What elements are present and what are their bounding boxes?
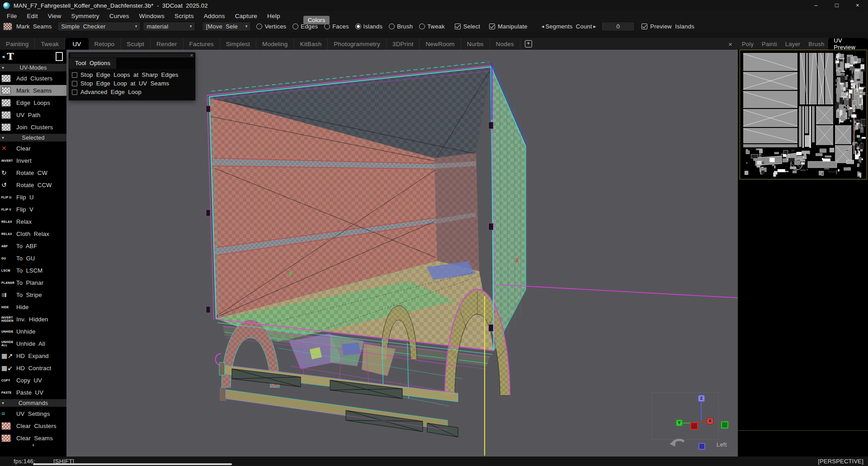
gizmo-center-cube[interactable]	[690, 422, 698, 430]
collapse-arrow-icon[interactable]: ◂	[2, 53, 5, 60]
sidebar-item-flip-u[interactable]: FLIP UFlip U	[0, 192, 66, 202]
preview-islands-toggle[interactable]: Preview Islands	[642, 23, 694, 30]
option-advanced-edge-loop[interactable]: Advanced Edge Loop	[72, 88, 192, 96]
sidebar-item-hd-contract[interactable]: ▦↙HD Contract	[0, 362, 66, 373]
option-stop-edge-loop-at-uv-seams[interactable]: Stop Edge Loop at UV Seams	[72, 79, 192, 88]
mode-islands[interactable]: Islands	[355, 23, 383, 30]
sidebar-item-paste-uv[interactable]: PASTEPaste UV	[0, 387, 66, 398]
section-header-uv-modes[interactable]: ▾UV-Modes	[0, 64, 66, 71]
menu-file[interactable]: File	[2, 13, 22, 19]
tab-modeling[interactable]: Modeling	[256, 38, 294, 50]
menu-view[interactable]: View	[43, 13, 66, 19]
minimize-button[interactable]: –	[806, 0, 826, 11]
3d-model-canvas[interactable]	[66, 50, 738, 457]
sidebar-item-uv-settings[interactable]: ≡UV Settings	[0, 408, 66, 419]
preview-islands-checkbox[interactable]	[642, 24, 647, 29]
viewport[interactable]: Y X Z Y X Left	[66, 50, 738, 457]
close-tabrow-icon[interactable]: ×	[728, 40, 732, 48]
panel-toggle-icon[interactable]	[56, 52, 63, 61]
gizmo-x-axis-button[interactable]: X	[707, 418, 713, 424]
tab-factures[interactable]: Factures	[184, 38, 220, 50]
menu-capture[interactable]: Capture	[230, 13, 262, 19]
sidebar-item-to-lscm[interactable]: LSCMTo LSCM	[0, 265, 66, 276]
sidebar-item-clear[interactable]: ✕Clear	[0, 143, 66, 154]
horizontal-scrollbar[interactable]	[33, 463, 232, 465]
add-workspace-tab-button[interactable]: +	[520, 38, 537, 50]
sidebar-item-clear-seams[interactable]: Clear Seams	[0, 433, 66, 443]
menu-help[interactable]: Help	[262, 13, 285, 19]
menu-edit[interactable]: Edit	[22, 13, 43, 19]
toggle-select[interactable]: Select	[455, 23, 480, 30]
checker-style-dropdown[interactable]: Simple Checker ▾	[57, 22, 141, 31]
sidebar-item-rotate-ccw[interactable]: ↺Rotate CCW	[0, 179, 66, 190]
stop-edge-loop-at-uv-seams-checkbox[interactable]	[72, 81, 77, 86]
sidebar-item-edge-loops[interactable]: Edge Loops	[0, 97, 66, 108]
segments-count-control[interactable]: ◂ Segments Count ▸ 0	[542, 22, 635, 31]
sidebar-item-to-gu[interactable]: GUTo GU	[0, 253, 66, 264]
segments-increment-icon[interactable]: ▸	[594, 24, 596, 29]
select-checkbox[interactable]	[455, 24, 461, 29]
section-header-selected[interactable]: ▾Selected	[0, 134, 66, 141]
tab-tool-options[interactable]: Tool Options	[69, 58, 116, 69]
menu-scripts[interactable]: Scripts	[170, 13, 199, 19]
right-tab-poly[interactable]: Poly	[738, 38, 758, 50]
sidebar-item-inv-hidden[interactable]: INVERT HIDDENInv. Hidden	[0, 314, 66, 325]
sidebar-item-hd-expand[interactable]: ▦↗HD Expand	[0, 350, 66, 361]
panel-drag-grip[interactable]: ×	[71, 54, 193, 57]
sidebar-item-unhide-all[interactable]: UNHIDE ALLUnhide All	[0, 338, 66, 349]
manipulate-checkbox[interactable]	[489, 24, 495, 29]
right-tab-uv-preview[interactable]: UV Preview	[828, 38, 868, 50]
transform-mode-dropdown[interactable]: [Move Sele ▾	[202, 22, 251, 31]
menu-curves[interactable]: Curves	[104, 13, 134, 19]
material-dropdown[interactable]: material ▾	[143, 22, 195, 31]
tab-simplest[interactable]: Simplest	[220, 38, 256, 50]
close-button[interactable]: ×	[847, 0, 868, 11]
segments-decrement-icon[interactable]: ◂	[542, 24, 544, 29]
sidebar-item-to-stripe[interactable]: ⇉To Stripe	[0, 289, 66, 300]
sidebar-item-hide[interactable]: HIDEHide	[0, 301, 66, 312]
maximize-button[interactable]: □	[826, 0, 847, 11]
stop-edge-loops-at-sharp-edges-checkbox[interactable]	[72, 72, 77, 78]
tab-newroom[interactable]: NewRoom	[420, 38, 461, 50]
sidebar-item-add-clusters[interactable]: Add Clusters	[0, 73, 66, 84]
right-tab-brush[interactable]: Brush	[804, 38, 828, 50]
tab-retopo[interactable]: Retopo	[89, 38, 121, 50]
gizmo-blue-view-button[interactable]	[698, 443, 705, 450]
tab-render[interactable]: Render	[151, 38, 183, 50]
sidebar-item-invert[interactable]: INVERTInvert	[0, 155, 66, 166]
colors-button[interactable]: Colors	[303, 16, 330, 24]
sidebar-item-flip-v[interactable]: FLIP VFlip V	[0, 204, 66, 215]
sidebar-scroll-down-indicator[interactable]: ▾	[0, 443, 66, 447]
right-tab-painti[interactable]: Painti	[758, 38, 781, 50]
menu-windows[interactable]: Windows	[134, 13, 170, 19]
gizmo-y-axis-button[interactable]: Y	[676, 419, 683, 426]
advanced-edge-loop-checkbox[interactable]	[72, 89, 77, 95]
tab-nodes[interactable]: Nodes	[490, 38, 520, 50]
segments-count-input[interactable]: 0	[601, 22, 635, 31]
sidebar-item-to-abf[interactable]: ABFTo ABF	[0, 240, 66, 251]
sidebar-item-to-planar[interactable]: PLANARTo Planar	[0, 277, 66, 288]
toggle-manipulate[interactable]: Manipulate	[489, 23, 528, 30]
gizmo-green-view-button[interactable]	[721, 421, 728, 428]
sidebar-item-cloth-relax[interactable]: RELAXCloth Relax	[0, 228, 66, 239]
tab-tweak[interactable]: Tweak	[35, 38, 65, 50]
tab-photogrammetry[interactable]: Photogrammetry	[328, 38, 387, 50]
tab-sculpt[interactable]: Sculpt	[121, 38, 151, 50]
tab-uv[interactable]: UV	[65, 38, 88, 50]
menu-addons[interactable]: Addons	[199, 13, 230, 19]
sidebar-item-join-clusters[interactable]: Join Clusters	[0, 122, 66, 132]
sidebar-item-rotate-cw[interactable]: ↻Rotate CW	[0, 167, 66, 178]
tab-kitbash[interactable]: KitBash	[294, 38, 328, 50]
option-stop-edge-loops-at-sharp-edges[interactable]: Stop Edge Loops at Sharp Edges	[72, 71, 192, 79]
right-tab-layer[interactable]: Layer	[781, 38, 805, 50]
sidebar-item-uv-path[interactable]: UV Path	[0, 109, 66, 120]
text-tool-icon[interactable]: T	[7, 51, 14, 62]
gizmo-z-axis-button[interactable]: Z	[698, 395, 705, 402]
tab-painting[interactable]: Painting	[0, 38, 35, 50]
tab-3dprint[interactable]: 3DPrint	[387, 38, 420, 50]
mode-tweak[interactable]: Tweak	[419, 23, 445, 30]
sidebar-item-relax[interactable]: RELAXRelax	[0, 216, 66, 227]
mode-brush[interactable]: Brush	[389, 23, 413, 30]
view-back-arrow-icon[interactable]	[670, 437, 686, 451]
sidebar-item-clear-clusters[interactable]: Clear Clusters	[0, 420, 66, 431]
